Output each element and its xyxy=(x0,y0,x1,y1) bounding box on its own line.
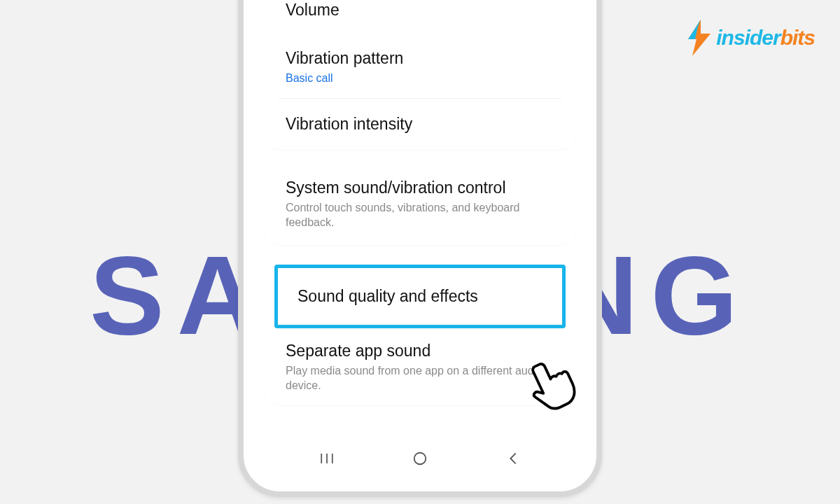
item-title: Vibration intensity xyxy=(286,114,557,134)
item-vibration-intensity[interactable]: Vibration intensity xyxy=(262,99,578,150)
android-navbar xyxy=(252,434,588,483)
watermark-text: insiderbits xyxy=(716,26,815,50)
phone-frame: Volume Vibration pattern Basic call Vibr… xyxy=(238,0,602,497)
svg-point-5 xyxy=(414,453,426,465)
item-subtitle: Control touch sounds, vibrations, and ke… xyxy=(286,201,557,230)
bolt-icon xyxy=(685,20,713,56)
settings-group-2: System sound/vibration control Control t… xyxy=(262,162,578,245)
item-sound-quality-highlighted[interactable]: Sound quality and effects xyxy=(274,265,566,328)
item-title: System sound/vibration control xyxy=(286,178,557,198)
item-vibration-pattern[interactable]: Vibration pattern Basic call xyxy=(262,36,578,99)
watermark-text-a: insider xyxy=(716,26,780,49)
item-title: Vibration pattern xyxy=(286,48,557,69)
item-volume[interactable]: Volume xyxy=(262,0,578,36)
item-title: Separate app sound xyxy=(286,341,557,361)
nav-back-icon[interactable] xyxy=(498,450,528,467)
item-title: Sound quality and effects xyxy=(298,286,542,307)
watermark-text-b: bits xyxy=(780,26,815,49)
item-subtitle: Basic call xyxy=(286,71,557,86)
nav-home-icon[interactable] xyxy=(405,450,435,467)
settings-group-1: Volume Vibration pattern Basic call Vibr… xyxy=(262,0,578,150)
item-title: Volume xyxy=(286,0,557,20)
watermark-logo: insiderbits xyxy=(685,20,815,56)
nav-recents-icon[interactable] xyxy=(312,450,342,467)
item-system-sound[interactable]: System sound/vibration control Control t… xyxy=(262,162,578,245)
